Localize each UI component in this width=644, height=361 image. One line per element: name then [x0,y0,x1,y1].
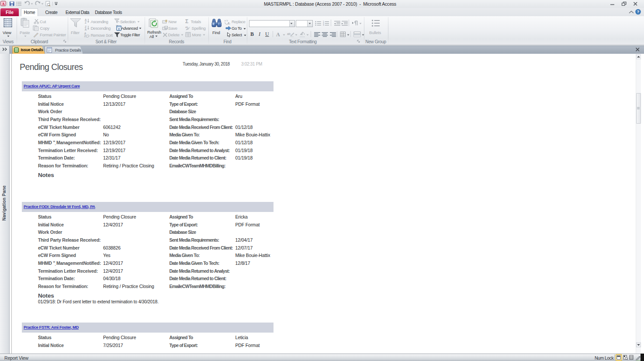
svg-text:ac: ac [228,22,230,24]
svg-text:ab: ab [185,26,188,28]
svg-text:A: A [85,28,87,31]
svg-text:ab: ab [287,32,291,35]
svg-text:a: a [225,19,226,22]
svg-text:Z: Z [85,21,87,24]
svg-text:b: b [227,19,229,22]
svg-text:?: ? [637,9,640,14]
svg-text:Z: Z [84,35,86,38]
svg-text:A: A [2,2,5,6]
svg-text:3: 3 [323,24,324,26]
